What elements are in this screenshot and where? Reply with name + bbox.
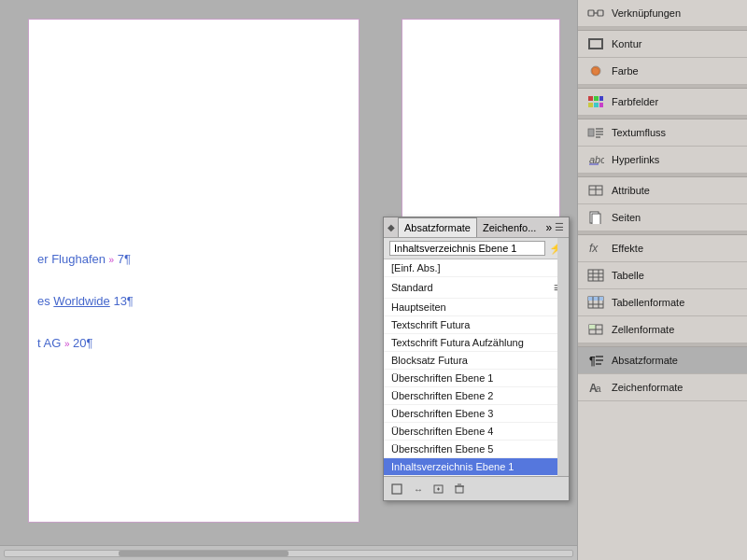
svg-rect-11 (589, 39, 602, 49)
style-item-textschrift-futura-aufz[interactable]: Textschrift Futura Aufzählung (384, 334, 569, 352)
seiten-label: Seiten (612, 212, 641, 223)
panel-menu-button[interactable]: ☰ (552, 221, 567, 233)
svg-rect-8 (588, 10, 594, 16)
svg-text:a: a (596, 384, 601, 394)
style-item-ueberschriften-4[interactable]: Überschriften Ebene 4 (384, 423, 569, 441)
svg-rect-15 (599, 96, 603, 101)
toolbar-delete-btn[interactable] (450, 481, 469, 497)
panel-item-tabellenformate[interactable]: Tabellenformate (578, 289, 747, 316)
panel-item-hyperlinks[interactable]: abc Hyperlinks (578, 147, 747, 174)
panel-item-kontur[interactable]: Kontur (578, 31, 747, 58)
style-item-ueberschriften-5[interactable]: Überschriften Ebene 5 (384, 441, 569, 458)
panel-item-seiten[interactable]: Seiten (578, 204, 747, 231)
svg-rect-18 (599, 103, 603, 107)
hyperlink-icon: abc (585, 151, 606, 168)
text-bold-2: Worldwide (53, 294, 109, 308)
panel-item-effekte[interactable]: fx Effekte (578, 235, 747, 262)
style-item-ueberschriften-1[interactable]: Überschriften Ebene 1 (384, 370, 569, 387)
sync-icon: ↔ (412, 483, 425, 495)
panel-item-textumfluss[interactable]: Textumfluss (578, 119, 747, 147)
panel-item-farbe[interactable]: Farbe (578, 58, 747, 85)
delete-style-icon (453, 483, 466, 495)
style-item-textschrift-futura[interactable]: Textschrift Futura (384, 316, 569, 334)
textumfluss-label: Textumfluss (612, 127, 666, 138)
attribute-label: Attribute (612, 185, 650, 196)
effects-icon: fx (585, 240, 606, 257)
style-item-einf-abs[interactable]: [Einf. Abs.] (384, 259, 569, 277)
current-style-input[interactable] (389, 241, 545, 256)
panel-tab-icon: ◆ (388, 222, 395, 232)
text-line-1: er Flughafen » 7¶ (37, 252, 134, 266)
farbe-label: Farbe (612, 65, 639, 77)
page-right (402, 19, 560, 224)
tabelle-label: Tabelle (612, 270, 644, 281)
panel-item-zeichenformate[interactable]: A a Zeichenformate (578, 374, 747, 401)
attribute-icon (585, 182, 606, 199)
panel-item-attribute[interactable]: Attribute (578, 177, 747, 204)
svg-text:¶: ¶ (589, 355, 596, 367)
panel-item-zellenformate[interactable]: Zellenformate (578, 316, 747, 343)
color-icon (585, 63, 606, 79)
canvas-text: er Flughafen » 7¶ es Worldwide 13¶ t AG … (37, 252, 134, 378)
right-panel: Verknüpfungen Kontur Farbe (577, 0, 747, 560)
svg-rect-16 (588, 103, 593, 107)
svg-text:↔: ↔ (414, 484, 423, 495)
panel-item-absatzformate[interactable]: ¶ Absatzformate (578, 347, 747, 374)
kontur-label: Kontur (612, 38, 641, 49)
style-item-standard[interactable]: Standard ≡ (384, 277, 569, 299)
text-line-3: t AG » 20¶ (37, 336, 134, 350)
svg-rect-5 (456, 486, 463, 493)
style-item-ueberschriften-3[interactable]: Überschriften Ebene 3 (384, 405, 569, 423)
hyperlinks-label: Hyperlinks (612, 154, 659, 165)
scrollbar-track[interactable] (4, 550, 573, 557)
panel-scrollbar[interactable] (557, 238, 569, 476)
svg-rect-32 (588, 270, 603, 281)
tab-absatzformate[interactable]: Absatzformate (398, 217, 477, 237)
svg-rect-17 (594, 103, 599, 107)
svg-rect-48 (596, 359, 603, 361)
textflow-icon (585, 124, 606, 141)
style-input-row: ⚡ (384, 238, 569, 259)
toolbar-new-btn[interactable] (430, 481, 448, 497)
panel-item-tabelle[interactable]: Tabelle (578, 262, 747, 289)
style-item-hauptseiten[interactable]: Hauptseiten (384, 299, 569, 316)
text-suffix-2: 13¶ (110, 294, 134, 308)
svg-rect-30 (592, 214, 600, 224)
scrollbar-thumb[interactable] (119, 551, 289, 556)
table-icon (585, 267, 606, 284)
panel-header: ◆ Absatzformate Zeichenfo... » ☰ (384, 217, 569, 238)
canvas-scrollbar[interactable] (0, 545, 577, 560)
svg-rect-38 (588, 297, 603, 301)
style-item-blocksatz-futura[interactable]: Blocksatz Futura (384, 352, 569, 370)
svg-text:fx: fx (589, 242, 599, 255)
text-suffix-1: 7¶ (114, 252, 131, 266)
new-style-icon (432, 483, 445, 495)
panel-item-farbfelder[interactable]: Farbfelder (578, 89, 747, 116)
style-item-ueberschriften-2[interactable]: Überschriften Ebene 2 (384, 387, 569, 405)
cellformat-icon (585, 321, 606, 338)
absatzformate-label: Absatzformate (612, 355, 678, 366)
svg-rect-49 (596, 363, 601, 365)
text-content-3: t AG (37, 336, 64, 350)
tableformat-icon (585, 294, 606, 311)
tab-zeicheninfo[interactable]: Zeichenfo... (477, 217, 542, 237)
panel-item-verknuepfungen[interactable]: Verknüpfungen (578, 0, 747, 27)
zeichenformate-label: Zeichenformate (612, 382, 683, 393)
svg-text:abc: abc (589, 154, 604, 165)
svg-rect-43 (589, 325, 596, 329)
style-item-inhaltsverzeichnis-1[interactable]: Inhaltsverzeichnis Ebene 1 (384, 458, 569, 476)
svg-rect-0 (392, 484, 402, 494)
svg-rect-19 (588, 129, 594, 136)
text-prefix-2: es (37, 294, 53, 308)
svg-rect-13 (588, 96, 593, 101)
charformat-icon: A a (585, 379, 606, 396)
floating-panel-absatzformate: ◆ Absatzformate Zeichenfo... » ☰ ⚡ [Einf… (383, 217, 570, 501)
farbfelder-label: Farbfelder (612, 96, 658, 107)
toolbar-sync-btn[interactable]: ↔ (409, 481, 428, 497)
toolbar-page-btn[interactable] (388, 481, 407, 497)
tabellenformate-label: Tabellenformate (612, 297, 684, 308)
swatches-icon (585, 93, 606, 110)
tab-overflow[interactable]: » (545, 221, 552, 234)
effekte-label: Effekte (612, 243, 643, 254)
panel-toolbar: ↔ (384, 476, 569, 500)
